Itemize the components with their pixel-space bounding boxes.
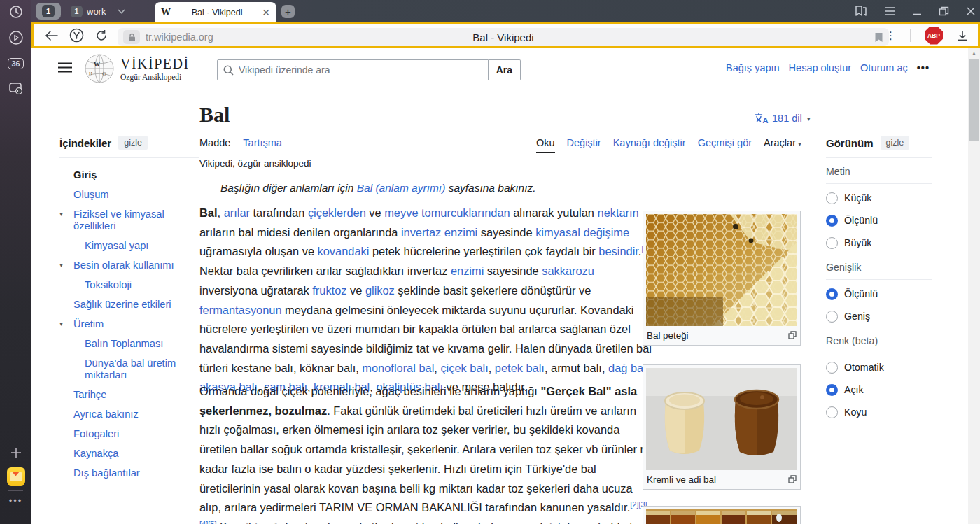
toc-item[interactable]: Tarihçe — [59, 385, 200, 404]
toc-item[interactable]: ▾Üretim — [59, 314, 200, 334]
bookmark-flag-icon[interactable] — [874, 32, 883, 43]
language-selector[interactable]: A 181 dil ▾ — [755, 113, 811, 124]
article-tab[interactable]: Kaynağı değiştir — [613, 137, 686, 153]
article-link[interactable]: nektarın — [598, 206, 639, 219]
toc-item[interactable]: Fotogaleri — [59, 424, 200, 444]
extensions-menu-icon[interactable]: ⋮ — [886, 34, 896, 37]
toc-chevron-icon[interactable]: ▾ — [59, 318, 63, 330]
yandex-mail-icon[interactable] — [0, 466, 31, 487]
radio-button-icon[interactable] — [826, 362, 838, 374]
radio-button-icon[interactable] — [826, 192, 838, 204]
article-link[interactable]: petek balı — [495, 362, 545, 374]
article-link[interactable]: meyve tomurcuklarından — [384, 206, 510, 219]
article-link[interactable]: enzimi — [451, 264, 484, 277]
radio-button-icon[interactable] — [826, 237, 838, 249]
page-scrollbar[interactable]: ▲ — [968, 48, 980, 524]
adblock-plus-icon[interactable]: ABP — [925, 27, 943, 45]
thumb-honeycomb[interactable]: Bal peteği — [643, 211, 801, 346]
browser-menu-icon[interactable] — [885, 6, 896, 16]
panels-icon[interactable] — [854, 5, 868, 17]
more-options-icon[interactable]: ••• — [917, 62, 930, 73]
search-button[interactable]: Ara — [489, 59, 521, 80]
appearance-radio-option[interactable]: Ölçünlü — [826, 283, 932, 305]
article-tab[interactable]: Tartışma — [243, 137, 282, 153]
toc-chevron-icon[interactable]: ▾ — [59, 208, 63, 220]
screenshot-icon[interactable] — [0, 80, 31, 97]
article-link[interactable]: invertaz enzimi — [401, 226, 477, 239]
appearance-radio-option[interactable]: Ölçünlü — [826, 209, 932, 232]
active-tab[interactable]: W Bal - Vikipedi ✕ — [155, 2, 276, 22]
minimize-icon[interactable] — [913, 7, 922, 15]
toc-chevron-icon[interactable]: ▾ — [59, 259, 63, 271]
appearance-hide-button[interactable]: gizle — [881, 136, 910, 150]
secure-lock-icon[interactable] — [123, 30, 140, 44]
toc-item[interactable]: ▾Besin olarak kullanımı — [59, 255, 200, 275]
create-account-link[interactable]: Hesap oluştur — [789, 62, 851, 73]
toc-item[interactable]: Toksikoloji — [59, 275, 200, 295]
article-link[interactable]: Bal (anlam ayrımı) — [357, 182, 446, 194]
toc-item[interactable]: ▾Fiziksel ve kimyasal özellikleri — [59, 204, 200, 236]
article-tab[interactable]: Geçmişi gör — [698, 137, 752, 153]
tab-counter-badge[interactable]: 36 — [0, 57, 31, 71]
wikipedia-logo[interactable]: W Ω И Vİkİpedİ Özgür Ansiklopedi — [83, 53, 190, 84]
article-link[interactable]: glikoz — [365, 284, 395, 297]
article-link[interactable]: fruktoz — [312, 284, 346, 297]
appearance-radio-option[interactable]: Geniş — [826, 305, 932, 327]
rail-more-icon[interactable]: ••• — [0, 495, 31, 506]
radio-button-icon[interactable] — [826, 384, 838, 396]
toc-hide-button[interactable]: gizle — [118, 136, 148, 150]
play-panel-icon[interactable] — [0, 29, 31, 46]
expand-image-icon[interactable] — [788, 331, 797, 339]
new-tab-button[interactable]: + — [281, 5, 295, 18]
close-window-icon[interactable] — [966, 6, 976, 16]
back-icon[interactable] — [45, 31, 58, 41]
scroll-up-arrow[interactable]: ▲ — [968, 50, 980, 57]
radio-button-icon[interactable] — [826, 288, 838, 300]
article-link[interactable]: fermantasyonun — [200, 304, 282, 316]
thumb-honey-varieties[interactable] — [643, 506, 801, 524]
toc-item[interactable]: Kaynakça — [59, 444, 200, 463]
appearance-radio-option[interactable]: Açık — [826, 378, 932, 401]
toc-item[interactable]: Kimyasal yapı — [59, 236, 200, 255]
appearance-radio-option[interactable]: Büyük — [826, 232, 932, 254]
reference-link[interactable]: [2][3][4][5] — [200, 500, 648, 524]
article-link[interactable]: besindir — [598, 245, 638, 257]
article-link[interactable]: kovandaki — [318, 245, 370, 257]
appearance-radio-option[interactable]: Koyu — [826, 401, 932, 423]
article-link[interactable]: sakkarozu — [542, 264, 594, 277]
article-link[interactable]: çiçeklerden — [308, 206, 366, 219]
article-link[interactable]: monofloral bal — [362, 362, 434, 374]
expand-image-icon[interactable] — [788, 475, 797, 483]
toc-item[interactable]: Giriş — [59, 165, 200, 185]
radio-button-icon[interactable] — [826, 311, 838, 323]
url-field[interactable]: tr.wikipedia.org Bal - Vikipedi — [118, 28, 889, 46]
thumb-honey-jars[interactable]: Kremli ve adi bal — [643, 364, 801, 490]
article-tab[interactable]: Değiştir — [567, 137, 601, 153]
workspace-switcher[interactable]: 1 — [36, 3, 61, 20]
donate-link[interactable]: Bağış yapın — [726, 62, 780, 73]
article-tab[interactable]: Madde — [200, 137, 230, 153]
appearance-radio-option[interactable]: Otomatik — [826, 356, 932, 378]
toc-item[interactable]: Dış bağlantılar — [59, 463, 200, 483]
scrollbar-thumb[interactable] — [969, 59, 979, 141]
toc-item[interactable]: Oluşum — [59, 185, 200, 204]
search-box[interactable] — [217, 59, 489, 80]
appearance-radio-option[interactable]: Küçük — [826, 187, 932, 209]
toc-item[interactable]: Ayrıca bakınız — [59, 404, 200, 424]
reload-icon[interactable] — [95, 29, 108, 42]
toc-item[interactable]: Sağlık üzerine etkileri — [59, 295, 200, 314]
close-tab-icon[interactable]: ✕ — [262, 7, 270, 18]
search-input[interactable] — [239, 64, 482, 76]
add-panel-icon[interactable] — [0, 445, 31, 460]
login-link[interactable]: Oturum aç — [860, 62, 908, 73]
article-link[interactable]: kimyasal değişime — [536, 226, 629, 239]
article-tab[interactable]: Araçlar▾ — [764, 137, 802, 153]
toc-item[interactable]: Dünya'da bal üretim miktarları — [59, 353, 200, 385]
article-link[interactable]: çiçek balı — [440, 362, 488, 374]
toc-item[interactable]: Balın Toplanması — [59, 334, 200, 353]
radio-button-icon[interactable] — [826, 215, 838, 227]
browser-home-icon[interactable] — [69, 28, 84, 43]
article-tab[interactable]: Oku — [536, 137, 555, 153]
tab-group-work[interactable]: 1 work — [66, 3, 130, 20]
downloads-icon[interactable] — [957, 30, 968, 41]
